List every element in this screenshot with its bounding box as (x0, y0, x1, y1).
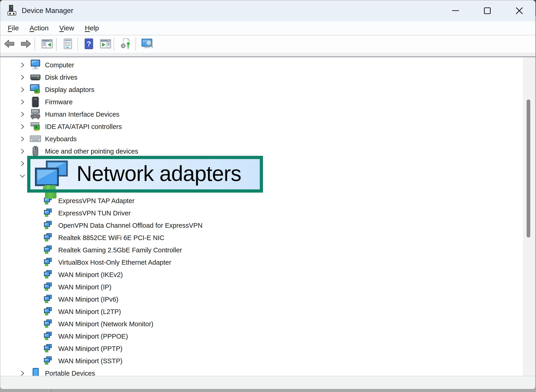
device-manager-app-icon (7, 4, 17, 18)
tree-item-label: WAN Miniport (IPv6) (58, 293, 118, 306)
tree-item-wan-miniport-l2tp[interactable]: WAN Miniport (L2TP) (0, 306, 523, 318)
show-action-pane-button[interactable] (100, 36, 111, 53)
scan-hardware-icon (141, 39, 153, 50)
portable-devices-icon (29, 368, 41, 376)
chevron-right-icon[interactable] (19, 99, 25, 105)
tree-item-mice-and-other-pointing-devices[interactable]: Mice and other pointing devices (0, 145, 523, 157)
maximize-button[interactable] (479, 2, 496, 19)
maximize-icon (482, 5, 493, 16)
toolbar: ? (0, 36, 535, 53)
tree-item-label: ExpressVPN TUN Driver (58, 207, 131, 219)
network-adapter-icon (44, 307, 52, 316)
network-adapter-icon (44, 270, 52, 279)
help-icon: ? (85, 38, 93, 50)
toolbar-lower-band (0, 53, 535, 56)
taskbar-seam (51, 389, 52, 392)
toolbar-separator (135, 38, 136, 51)
chevron-right-icon[interactable] (19, 124, 25, 130)
tree-item-realtek-8852ce-wifi-6e-pci-e-nic[interactable]: Realtek 8852CE WiFi 6E PCI-E NIC (0, 232, 523, 244)
tree-item-openvpn-data-channel-offload-for-expressvpn[interactable]: OpenVPN Data Channel Offload for Express… (0, 219, 523, 232)
network-adapter-icon (44, 344, 52, 353)
console-tree-icon (41, 39, 53, 50)
menu-action[interactable]: Action (29, 21, 48, 35)
network-adapters-icon (34, 160, 70, 193)
update-driver-icon (120, 38, 131, 51)
tree-item-expressvpn-tap-adapter[interactable]: ExpressVPN TAP Adapter (0, 195, 523, 207)
chevron-right-icon[interactable] (19, 87, 25, 93)
tree-item-label: Realtek Gaming 2.5GbE Family Controller (58, 244, 182, 256)
network-adapter-icon (44, 209, 52, 218)
chevron-right-icon[interactable] (19, 74, 25, 80)
tree-item-ide-ata-atapi-controllers[interactable]: IDE ATA/ATAPI controllers (0, 121, 523, 133)
chevron-right-icon[interactable] (19, 111, 25, 117)
tree-item-wan-miniport-network-monitor[interactable]: WAN Miniport (Network Monitor) (0, 318, 523, 330)
menu-view[interactable]: View (59, 21, 74, 35)
tree-item-portable-devices[interactable]: Portable Devices (0, 367, 523, 376)
forward-button[interactable] (20, 36, 31, 53)
titlebar: Device Manager (0, 0, 535, 21)
minimize-icon (450, 5, 461, 16)
network-adapters-label: Network adapters (77, 158, 241, 188)
tree-item-wan-miniport-pptp[interactable]: WAN Miniport (PPTP) (0, 342, 523, 355)
back-button[interactable] (4, 36, 15, 53)
tree-item-keyboards[interactable]: Keyboards (0, 133, 523, 145)
chevron-right-icon[interactable] (19, 148, 25, 154)
forward-arrow-icon (20, 39, 31, 50)
tree-item-wan-miniport-pppoe[interactable]: WAN Miniport (PPPOE) (0, 330, 523, 342)
tree-item-display-adaptors[interactable]: Display adaptors (0, 84, 523, 96)
chevron-right-icon[interactable] (19, 136, 25, 142)
ide-controller-icon (29, 121, 41, 132)
tree-item-label: WAN Miniport (IKEv2) (58, 269, 123, 281)
scan-hardware-changes-button[interactable] (141, 36, 153, 53)
properties-icon (63, 38, 73, 50)
back-arrow-icon (4, 39, 15, 50)
show-console-tree-button[interactable] (41, 36, 53, 53)
tree-item-label: WAN Miniport (SSTP) (58, 355, 122, 367)
mouse-icon (29, 146, 41, 157)
keyboard-icon (29, 134, 41, 145)
network-adapter-icon (44, 356, 52, 365)
menu-file[interactable]: File (8, 21, 19, 35)
chevron-right-icon[interactable] (19, 62, 25, 68)
hid-icon (29, 109, 41, 120)
tree-item-disk-drives[interactable]: Disk drives (0, 71, 523, 84)
close-button[interactable] (511, 2, 528, 19)
tree-item-wan-miniport-sstp[interactable]: WAN Miniport (SSTP) (0, 355, 523, 367)
device-manager-window: Device Manager FileActionViewHelp ? Comp… (0, 0, 536, 389)
display-adapter-icon (29, 84, 41, 95)
menu-bar: FileActionViewHelp (0, 21, 535, 35)
network-adapters-highlight[interactable]: Network adapters (27, 156, 263, 193)
tree-item-label: WAN Miniport (L2TP) (58, 306, 121, 318)
menu-help[interactable]: Help (85, 21, 99, 35)
disk-drive-icon (29, 72, 41, 83)
tree-item-label: OpenVPN Data Channel Offload for Express… (58, 219, 202, 232)
status-bar (0, 376, 535, 389)
svg-text:?: ? (86, 40, 91, 48)
properties-button[interactable] (62, 36, 73, 53)
tree-item-label: WAN Miniport (Network Monitor) (58, 318, 153, 330)
chevron-right-icon[interactable] (19, 370, 25, 376)
tree-item-label: Firmware (45, 96, 73, 108)
vertical-scrollbar[interactable] (523, 57, 536, 376)
update-driver-button[interactable] (119, 36, 131, 53)
tree-item-wan-miniport-ip[interactable]: WAN Miniport (IP) (0, 281, 523, 293)
minimize-button[interactable] (447, 2, 464, 19)
tree-item-label: WAN Miniport (IP) (58, 281, 111, 293)
chevron-right-icon[interactable] (19, 161, 25, 167)
chevron-down-icon[interactable] (19, 173, 25, 179)
tree-item-wan-miniport-ipv6[interactable]: WAN Miniport (IPv6) (0, 293, 523, 306)
help-button[interactable]: ? (85, 36, 93, 53)
tree-item-virtualbox-host-only-ethernet-adapter[interactable]: VirtualBox Host-Only Ethernet Adapter (0, 256, 523, 269)
network-adapter-icon (44, 258, 52, 267)
scrollbar-thumb[interactable] (527, 99, 530, 238)
tree-item-human-interface-devices[interactable]: Human Interface Devices (0, 108, 523, 121)
tree-item-firmware[interactable]: Firmware (0, 96, 523, 108)
toolbar-separator (114, 38, 114, 51)
toolbar-separator (77, 38, 78, 51)
tree-item-expressvpn-tun-driver[interactable]: ExpressVPN TUN Driver (0, 207, 523, 219)
tree-item-realtek-gaming-2-5gbe-family-controller[interactable]: Realtek Gaming 2.5GbE Family Controller (0, 244, 523, 256)
network-adapter-icon (44, 319, 52, 329)
tree-item-wan-miniport-ikev2[interactable]: WAN Miniport (IKEv2) (0, 269, 523, 281)
network-adapter-icon (44, 246, 52, 255)
tree-item-computer[interactable]: Computer (0, 59, 523, 71)
